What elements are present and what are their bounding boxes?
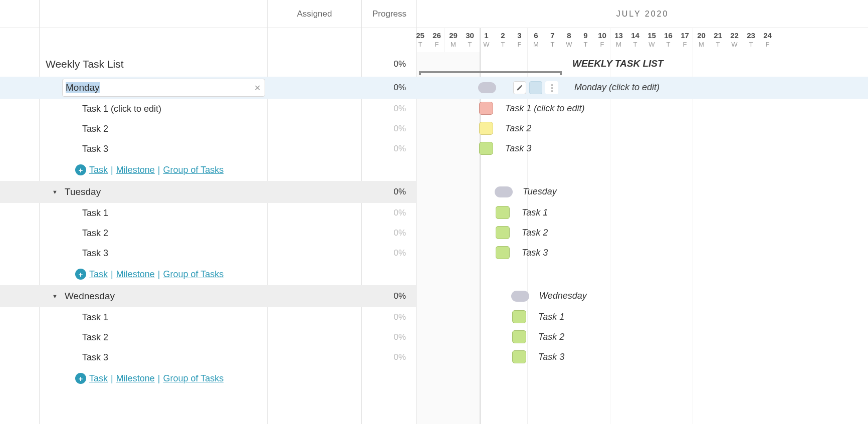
timeline-day-column[interactable]: 16T xyxy=(660,28,677,52)
add-milestone-link[interactable]: Milestone xyxy=(116,165,155,175)
group-bar[interactable] xyxy=(511,291,529,302)
timeline-task-row[interactable]: Task 3 xyxy=(417,347,868,367)
task-name[interactable]: Task 2 xyxy=(40,332,108,343)
task-bar[interactable] xyxy=(512,310,526,323)
task-row[interactable]: Task 2 0% xyxy=(0,119,417,139)
task-row[interactable]: Task 1 0% xyxy=(0,203,417,223)
timeline-day-column[interactable]: 14T xyxy=(627,28,643,52)
edit-button[interactable] xyxy=(513,81,526,94)
task-bar[interactable] xyxy=(496,206,510,219)
add-milestone-link[interactable]: Milestone xyxy=(116,373,155,384)
timeline-day-column[interactable]: 29M xyxy=(445,28,462,52)
timeline-day-column[interactable]: 8W xyxy=(561,28,577,52)
timeline-day-column[interactable]: 30T xyxy=(462,28,478,52)
timeline-task-label[interactable]: Task 2 xyxy=(522,228,548,238)
task-row[interactable]: Task 3 0% xyxy=(0,243,417,263)
task-name[interactable]: Task 1 xyxy=(40,208,108,219)
timeline-task-label[interactable]: Task 1 (click to edit) xyxy=(505,103,584,114)
list-title-row[interactable]: Weekly Task List 0% xyxy=(0,53,417,75)
task-row[interactable]: Task 2 0% xyxy=(0,327,417,347)
group-bar[interactable] xyxy=(495,186,513,197)
plus-icon[interactable]: + xyxy=(75,164,86,175)
task-row[interactable]: Task 1 0% xyxy=(0,307,417,327)
add-group-link[interactable]: Group of Tasks xyxy=(163,373,224,384)
timeline-day-column[interactable]: 21T xyxy=(710,28,726,52)
add-task-link[interactable]: Task xyxy=(89,269,108,280)
list-title[interactable]: Weekly Task List xyxy=(40,58,124,70)
timeline-group-row-wednesday[interactable]: Wednesday xyxy=(417,285,868,307)
timeline-day-column[interactable]: 17F xyxy=(677,28,693,52)
timeline-task-label[interactable]: Task 1 xyxy=(538,312,564,322)
timeline-day-column[interactable]: 13M xyxy=(610,28,627,52)
timeline-task-row[interactable]: Task 2 xyxy=(417,223,868,243)
group-name-editbox[interactable]: Monday ✕ xyxy=(62,79,265,97)
timeline-task-row[interactable]: Task 1 (click to edit) xyxy=(417,99,868,119)
task-bar[interactable] xyxy=(479,122,493,135)
timeline-task-label[interactable]: Task 3 xyxy=(538,352,564,362)
timeline-day-column[interactable]: 6M xyxy=(528,28,544,52)
task-row[interactable]: Task 3 0% xyxy=(0,139,417,159)
group-row-wednesday[interactable]: ▼ Wednesday 0% xyxy=(0,285,417,307)
timeline-task-label[interactable]: Task 3 xyxy=(522,248,548,258)
timeline-group-row-tuesday[interactable]: Tuesday xyxy=(417,181,868,203)
add-group-link[interactable]: Group of Tasks xyxy=(163,165,224,175)
task-row[interactable]: Task 2 0% xyxy=(0,223,417,243)
timeline-day-column[interactable]: 23T xyxy=(743,28,759,52)
timeline-day-column[interactable]: 20M xyxy=(693,28,710,52)
timeline-group-row-monday[interactable]: Monday (click to edit) xyxy=(417,77,868,99)
timeline-group-label[interactable]: Monday (click to edit) xyxy=(574,82,660,93)
timeline-group-label[interactable]: Wednesday xyxy=(539,291,587,301)
timeline-task-row[interactable]: Task 1 xyxy=(417,307,868,327)
timeline-day-column[interactable]: 2T xyxy=(495,28,511,52)
timeline-day-column[interactable]: 7T xyxy=(544,28,561,52)
task-name[interactable]: Task 2 xyxy=(40,228,108,239)
timeline-task-row[interactable]: Task 3 xyxy=(417,139,868,159)
group-name[interactable]: Wednesday xyxy=(40,291,115,302)
task-bar[interactable] xyxy=(512,330,526,343)
timeline-day-column[interactable]: 22W xyxy=(726,28,743,52)
more-menu-button[interactable] xyxy=(545,81,558,94)
add-task-link[interactable]: Task xyxy=(89,165,108,175)
task-name[interactable]: Task 3 xyxy=(40,352,108,363)
timeline-task-label[interactable]: Task 3 xyxy=(505,143,531,154)
timeline-day-column[interactable]: 9T xyxy=(577,28,594,52)
timeline-task-label[interactable]: Task 2 xyxy=(505,123,531,134)
group-name-input[interactable]: Monday xyxy=(66,82,100,93)
color-button[interactable] xyxy=(529,81,542,94)
timeline-task-label[interactable]: Task 1 xyxy=(522,207,548,218)
group-row-tuesday[interactable]: ▼ Tuesday 0% xyxy=(0,181,417,203)
timeline-day-column[interactable]: 10F xyxy=(594,28,610,52)
task-name[interactable]: Task 1 xyxy=(40,312,108,323)
task-name[interactable]: Task 2 xyxy=(40,124,108,134)
timeline-task-row[interactable]: Task 2 xyxy=(417,327,868,347)
clear-name-button[interactable]: ✕ xyxy=(254,83,261,93)
task-bar[interactable] xyxy=(512,350,526,363)
group-bar[interactable] xyxy=(478,82,496,93)
plus-icon[interactable]: + xyxy=(75,373,86,384)
task-name[interactable]: Task 1 (click to edit) xyxy=(40,104,161,114)
task-bar[interactable] xyxy=(479,142,493,155)
add-milestone-link[interactable]: Milestone xyxy=(116,269,155,280)
timeline-task-row[interactable]: Task 3 xyxy=(417,243,868,263)
task-bar[interactable] xyxy=(496,246,510,259)
timeline-task-label[interactable]: Task 2 xyxy=(538,332,564,342)
collapse-caret-icon[interactable]: ▼ xyxy=(52,189,58,195)
task-row[interactable]: Task 1 (click to edit) 0% xyxy=(0,99,417,119)
timeline-day-column[interactable]: 26F xyxy=(428,28,445,52)
task-bar[interactable] xyxy=(479,102,493,115)
task-bar[interactable] xyxy=(496,226,510,239)
add-task-link[interactable]: Task xyxy=(89,373,108,384)
timeline-day-column[interactable]: 15W xyxy=(643,28,660,52)
add-group-link[interactable]: Group of Tasks xyxy=(163,269,224,280)
timeline-group-label[interactable]: Tuesday xyxy=(523,186,557,197)
timeline-task-row[interactable]: Task 2 xyxy=(417,119,868,139)
timeline-task-row[interactable]: Task 1 xyxy=(417,203,868,223)
timeline-day-column[interactable]: 3F xyxy=(511,28,528,52)
collapse-caret-icon[interactable]: ▼ xyxy=(52,293,58,299)
task-name[interactable]: Task 3 xyxy=(40,248,108,259)
task-row[interactable]: Task 3 0% xyxy=(0,347,417,367)
group-row-monday[interactable]: Monday ✕ 0% xyxy=(0,77,417,99)
plus-icon[interactable]: + xyxy=(75,269,86,280)
group-name[interactable]: Tuesday xyxy=(40,186,101,197)
task-name[interactable]: Task 3 xyxy=(40,144,108,154)
